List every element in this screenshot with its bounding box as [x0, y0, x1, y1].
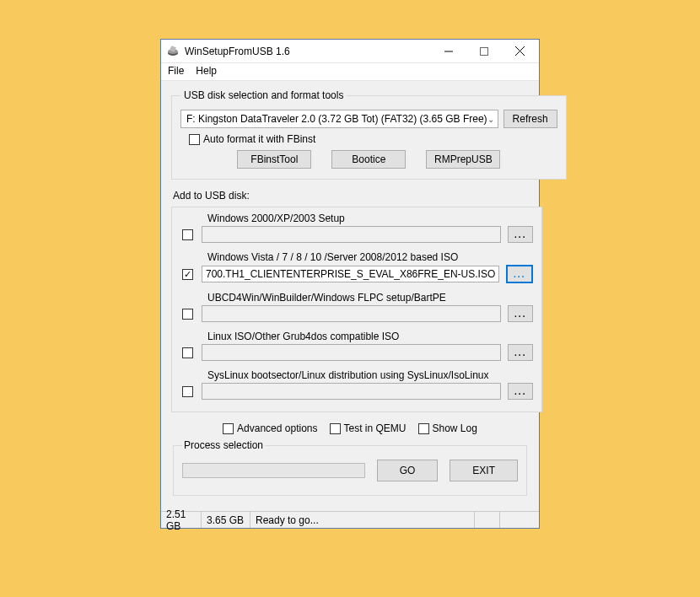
- item-vista-checkbox[interactable]: ✓: [182, 269, 193, 280]
- minimize-button[interactable]: [431, 40, 466, 62]
- item-win2000-browse[interactable]: ...: [508, 226, 533, 243]
- disk-group-legend: USB disk selection and format tools: [180, 89, 347, 101]
- item-linux-input[interactable]: [202, 344, 501, 361]
- disk-select-value: F: Kingston DataTraveler 2.0 (3.72 GB To…: [186, 113, 487, 125]
- status-free: 3.65 GB: [202, 512, 250, 528]
- item-vista-label: Windows Vista / 7 / 8 / 10 /Server 2008/…: [207, 251, 533, 263]
- menu-help[interactable]: Help: [196, 65, 217, 77]
- showlog-checkbox[interactable]: [418, 423, 429, 434]
- item-vista-input[interactable]: 700.TH1_CLIENTENTERPRISE_S_EVAL_X86FRE_E…: [202, 266, 499, 282]
- add-to-usb-label: Add to USB disk:: [173, 190, 529, 202]
- process-legend: Process selection: [182, 439, 265, 451]
- item-win2000-label: Windows 2000/XP/2003 Setup: [207, 212, 533, 224]
- fbinsttool-button[interactable]: FBinstTool: [237, 150, 311, 169]
- advanced-checkbox[interactable]: [223, 423, 234, 434]
- go-button[interactable]: GO: [377, 460, 439, 481]
- process-group: Process selection GO EXIT: [173, 439, 527, 496]
- menubar: File Help: [161, 63, 539, 81]
- statusbar: 2.51 GB 3.65 GB Ready to go...: [161, 511, 539, 528]
- item-ubcd-input[interactable]: [202, 305, 501, 322]
- advanced-label: Advanced options: [237, 422, 317, 434]
- add-group: Windows 2000/XP/2003 Setup ... Windows V…: [171, 207, 542, 412]
- item-win2000-checkbox[interactable]: [182, 229, 193, 240]
- autoformat-checkbox[interactable]: [189, 134, 200, 145]
- autoformat-label: Auto format it with FBinst: [203, 133, 315, 145]
- item-ubcd-checkbox[interactable]: [182, 309, 193, 320]
- svg-rect-4: [481, 47, 488, 55]
- app-window: WinSetupFromUSB 1.6 File Help USB disk s…: [160, 39, 540, 529]
- titlebar: WinSetupFromUSB 1.6: [161, 40, 539, 63]
- item-ubcd-browse[interactable]: ...: [508, 305, 533, 322]
- app-icon: [166, 45, 180, 58]
- status-spacer-1: [475, 512, 500, 528]
- status-message: Ready to go...: [250, 512, 475, 528]
- item-win2000: Windows 2000/XP/2003 Setup ...: [180, 212, 533, 243]
- item-win2000-input[interactable]: [202, 226, 501, 243]
- menu-file[interactable]: File: [168, 65, 184, 77]
- item-syslinux-browse[interactable]: ...: [508, 383, 533, 400]
- item-ubcd-label: UBCD4Win/WinBuilder/Windows FLPC setup/B…: [207, 292, 533, 304]
- status-spacer-2: [500, 512, 539, 528]
- rmprepusb-button[interactable]: RMPrepUSB: [426, 150, 500, 169]
- item-syslinux: SysLinux bootsector/Linux distribution u…: [180, 369, 533, 400]
- client-area: USB disk selection and format tools F: K…: [161, 81, 539, 528]
- showlog-label: Show Log: [433, 422, 477, 434]
- item-linux-checkbox[interactable]: [182, 347, 193, 358]
- item-syslinux-input[interactable]: [202, 383, 501, 400]
- status-progress: 2.51 GB: [161, 512, 202, 528]
- qemu-label: Test in QEMU: [344, 422, 407, 434]
- qemu-checkbox[interactable]: [330, 423, 341, 434]
- disk-group: USB disk selection and format tools F: K…: [171, 89, 567, 180]
- item-linux: Linux ISO/Other Grub4dos compatible ISO …: [180, 331, 533, 361]
- bootice-button[interactable]: Bootice: [331, 150, 406, 169]
- maximize-button[interactable]: [466, 40, 502, 62]
- item-linux-browse[interactable]: ...: [508, 344, 533, 361]
- item-syslinux-checkbox[interactable]: [182, 386, 193, 397]
- refresh-button[interactable]: Refresh: [503, 110, 557, 128]
- window-title: WinSetupFromUSB 1.6: [185, 46, 431, 57]
- item-syslinux-label: SysLinux bootsector/Linux distribution u…: [207, 369, 533, 381]
- item-ubcd: UBCD4Win/WinBuilder/Windows FLPC setup/B…: [180, 292, 533, 322]
- item-linux-label: Linux ISO/Other Grub4dos compatible ISO: [207, 331, 533, 342]
- advanced-row: Advanced options Test in QEMU Show Log: [171, 422, 529, 434]
- item-vista-browse[interactable]: ...: [506, 265, 533, 283]
- item-vista: Windows Vista / 7 / 8 / 10 /Server 2008/…: [180, 251, 533, 283]
- progress-bar: [182, 463, 365, 478]
- close-button[interactable]: [502, 40, 537, 62]
- chevron-down-icon: ⌄: [487, 115, 494, 124]
- disk-select[interactable]: F: Kingston DataTraveler 2.0 (3.72 GB To…: [180, 110, 498, 128]
- exit-button[interactable]: EXIT: [450, 460, 518, 481]
